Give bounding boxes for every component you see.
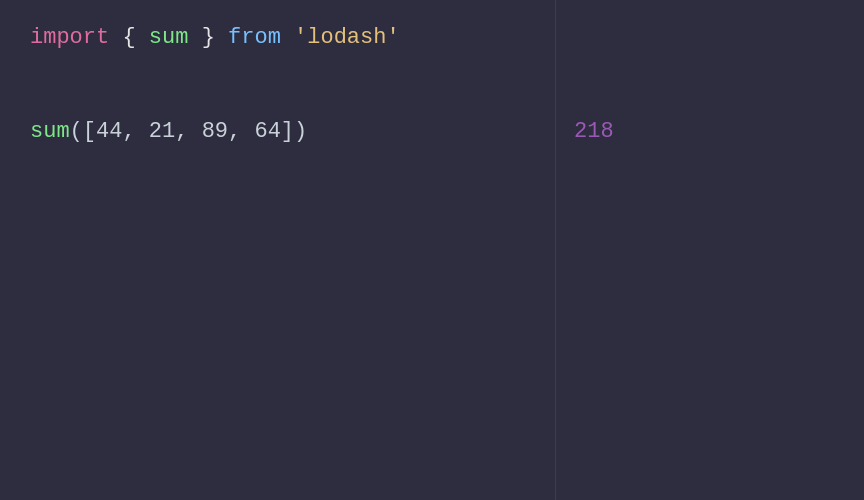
- brace-open: {: [109, 20, 149, 55]
- import-line: import { sum } from 'lodash': [30, 20, 834, 55]
- keyword-import: import: [30, 20, 109, 55]
- result-value: 218: [574, 114, 614, 149]
- code-editor: import { sum } from 'lodash' sum ([44, 2…: [0, 0, 864, 500]
- module-name: 'lodash': [294, 20, 400, 55]
- brace-close: }: [188, 20, 228, 55]
- space: [281, 20, 294, 55]
- sum-call-line: sum ([44, 21, 89, 64]) 218: [30, 114, 834, 149]
- editor-divider: [555, 0, 556, 500]
- function-args: ([44, 21, 89, 64]): [70, 114, 308, 149]
- blank-line: [30, 75, 834, 110]
- function-call-name: sum: [30, 114, 70, 149]
- import-name-sum: sum: [149, 20, 189, 55]
- keyword-from: from: [228, 20, 281, 55]
